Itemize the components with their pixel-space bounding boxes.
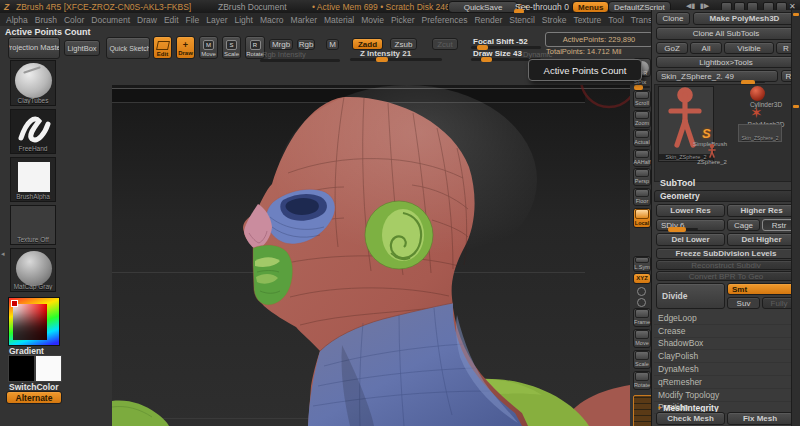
document-canvas[interactable] xyxy=(112,85,630,426)
geometry-section[interactable]: ClayPolish xyxy=(654,350,798,363)
menu-item[interactable]: File xyxy=(186,15,200,25)
menu-item[interactable]: Picker xyxy=(391,15,415,25)
geometry-section[interactable]: ShadowBox xyxy=(654,338,798,351)
menu-item[interactable]: Light xyxy=(235,15,253,25)
m-button[interactable]: M xyxy=(326,39,339,50)
right-shelf-button[interactable]: Frame xyxy=(633,308,651,327)
higher-res-button[interactable]: Higher Res xyxy=(727,204,796,217)
menu-item[interactable]: Preferences xyxy=(422,15,468,25)
quick-sketch-button[interactable]: Quick Sketch xyxy=(106,37,150,59)
smt-toggle[interactable]: Smt xyxy=(727,283,796,295)
geometry-section[interactable]: qRemesher xyxy=(654,376,798,389)
divide-button[interactable]: Divide xyxy=(656,283,725,309)
menu-item[interactable]: Stencil xyxy=(509,15,535,25)
zsphere-figure-icon[interactable] xyxy=(706,144,718,158)
suv-toggle[interactable]: Suv xyxy=(727,297,760,309)
cage-button[interactable]: Cage xyxy=(727,219,760,231)
lightbox-tools-button[interactable]: Lightbox>Tools xyxy=(656,56,796,68)
del-higher-button[interactable]: Del Higher xyxy=(727,233,796,246)
edit-button[interactable]: Edit xyxy=(153,36,172,59)
goz-all-button[interactable]: All xyxy=(690,42,722,54)
menu-item[interactable]: Stroke xyxy=(542,15,567,25)
clone-button[interactable]: Clone xyxy=(656,12,690,25)
lsym-toggle-button[interactable]: L.Sym xyxy=(633,256,651,272)
tray-toggle-right-icon[interactable]: ▮▶ xyxy=(700,2,709,10)
menu-item[interactable]: Color xyxy=(64,15,84,25)
reconstruct-subdiv-button[interactable]: Reconstruct Subdiv xyxy=(656,260,796,270)
right-shelf-button[interactable]: Scale xyxy=(633,350,651,369)
tool-name-slider-track[interactable] xyxy=(741,81,765,83)
current-alpha-thumbnail[interactable]: BrushAlpha xyxy=(10,157,56,202)
lightbox-button[interactable]: LightBox xyxy=(64,40,100,56)
tray-scrollbar[interactable] xyxy=(791,10,800,426)
skin-zsphere-thumbnail[interactable]: Skin_ZSphere_2 xyxy=(738,124,782,142)
menu-item[interactable]: Edit xyxy=(164,15,179,25)
geometry-section[interactable]: EdgeLoop xyxy=(654,312,798,325)
rgb-intensity-slider[interactable] xyxy=(260,59,340,62)
subtool-section-header[interactable]: SubTool xyxy=(660,178,695,188)
geometry-section[interactable]: DynaMesh xyxy=(654,363,798,376)
current-texture-thumbnail[interactable]: Texture Off xyxy=(10,205,56,245)
color-picker-sv-square[interactable] xyxy=(13,304,47,340)
menu-item[interactable]: Brush xyxy=(35,15,57,25)
draw-button[interactable]: + Draw xyxy=(176,36,195,59)
menu-item[interactable]: Movie xyxy=(361,15,384,25)
main-color-swatch[interactable] xyxy=(8,355,35,382)
right-shelf-button[interactable]: Persp xyxy=(633,168,651,186)
menu-item[interactable]: Marker xyxy=(291,15,317,25)
make-polymesh3d-button[interactable]: Make PolyMesh3D xyxy=(693,12,796,25)
polymesh3d-star-icon[interactable]: ✶ xyxy=(750,106,763,120)
tray-toggle-left-icon[interactable]: ◀▮ xyxy=(686,2,695,10)
menu-item[interactable]: Alpha xyxy=(6,15,28,25)
zcut-button[interactable]: Zcut xyxy=(432,38,458,50)
simplebrush-icon[interactable]: S xyxy=(702,126,711,141)
spix-slider[interactable] xyxy=(634,86,650,88)
current-brush-thumbnail[interactable]: ClayTubes xyxy=(10,60,56,106)
del-lower-button[interactable]: Del Lower xyxy=(656,233,725,246)
z-intensity-slider[interactable] xyxy=(350,58,442,61)
current-material-thumbnail[interactable]: MatCap Gray xyxy=(10,248,56,292)
orbit-y-icon[interactable] xyxy=(637,287,646,296)
draw-size-slider-label[interactable]: Draw Size 43 xyxy=(473,49,522,58)
geometry-section[interactable]: Crease xyxy=(654,325,798,338)
cylinder3d-thumbnail[interactable] xyxy=(750,86,765,101)
menu-item[interactable]: Layer xyxy=(206,15,227,25)
menu-item[interactable]: Draw xyxy=(137,15,157,25)
check-mesh-button[interactable]: Check Mesh xyxy=(656,412,725,425)
quicksave-button[interactable]: QuickSave xyxy=(448,1,518,13)
grid-button[interactable] xyxy=(633,395,653,426)
right-shelf-button[interactable]: Rotate xyxy=(633,371,651,390)
clone-all-subtools-button[interactable]: Clone All SubTools xyxy=(656,27,796,40)
right-shelf-button[interactable]: Floor xyxy=(633,188,651,206)
mrgb-button[interactable]: Mrgb xyxy=(269,39,293,50)
menu-item[interactable]: Macro xyxy=(260,15,284,25)
goz-button[interactable]: GoZ xyxy=(656,42,688,54)
right-shelf-button[interactable]: Zoom xyxy=(633,110,651,128)
freeze-subdivision-button[interactable]: Freeze SubDivision Levels xyxy=(656,248,796,259)
color-picker[interactable] xyxy=(8,297,60,346)
rgb-intensity-slider-label[interactable]: Rgb Intensity xyxy=(262,50,306,59)
right-shelf-button[interactable]: Scroll xyxy=(633,90,651,108)
right-shelf-button[interactable]: Actual xyxy=(633,129,651,147)
menu-item[interactable]: Tool xyxy=(608,15,624,25)
geometry-section-header[interactable]: Geometry xyxy=(654,190,798,202)
alternate-button[interactable]: Alternate xyxy=(6,391,62,404)
local-toggle-button[interactable]: Local xyxy=(633,208,651,228)
menu-item[interactable]: Render xyxy=(474,15,502,25)
convert-bpr-button[interactable]: Convert BPR To Geo xyxy=(656,271,796,281)
menu-item[interactable]: Material xyxy=(324,15,354,25)
fix-mesh-button[interactable]: Fix Mesh xyxy=(727,412,793,425)
menu-item[interactable]: Document xyxy=(91,15,130,25)
scale-button[interactable]: S Scale xyxy=(222,36,241,59)
menu-item[interactable]: Texture xyxy=(573,15,601,25)
current-stroke-thumbnail[interactable]: FreeHand xyxy=(10,109,56,154)
right-shelf-button[interactable]: AAHalf xyxy=(633,149,651,167)
projection-master-button[interactable]: Projection Master xyxy=(8,37,60,59)
rgb-button[interactable]: Rgb xyxy=(297,39,315,50)
secondary-color-swatch[interactable] xyxy=(35,355,62,382)
xyz-toggle-button[interactable]: XYZ xyxy=(633,273,651,284)
geometry-section[interactable]: Modify Topology xyxy=(654,389,798,402)
move-button[interactable]: M Move xyxy=(199,36,218,59)
lower-res-button[interactable]: Lower Res xyxy=(656,204,725,217)
orbit-z-icon[interactable] xyxy=(637,298,646,307)
